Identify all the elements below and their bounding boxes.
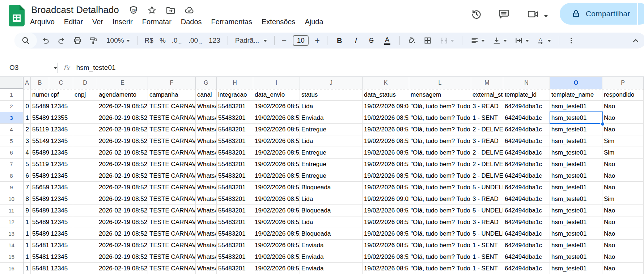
- cell-D3[interactable]: [73, 112, 97, 124]
- cell-J2[interactable]: Lida: [300, 101, 363, 112]
- cell-O7[interactable]: hsm_teste01: [550, 159, 602, 170]
- star-icon[interactable]: [147, 5, 157, 15]
- column-header-G[interactable]: G: [196, 77, 217, 89]
- move-folder-icon[interactable]: [165, 5, 175, 15]
- cell-F11[interactable]: TESTE CARNAVAL: [148, 205, 196, 216]
- cell-F6[interactable]: TESTE CARNAVAL: [148, 147, 196, 159]
- cell-O11[interactable]: hsm_teste01: [550, 205, 602, 216]
- cell-I6[interactable]: 19/02/2026 08:52: [253, 147, 300, 159]
- cell-B13[interactable]: 5548988: [31, 228, 49, 240]
- cell-D6[interactable]: [73, 147, 97, 159]
- text-wrapping-button[interactable]: [514, 36, 530, 46]
- cell-H2[interactable]: 55483201: [217, 101, 253, 112]
- cell-C4[interactable]: 12345: [49, 124, 73, 135]
- cell-F5[interactable]: TESTE CARNAVAL: [148, 135, 196, 147]
- cell-A14[interactable]: 1: [24, 240, 31, 251]
- cell-L13[interactable]: "Olá, tudo bem? Tudo bem?": [409, 228, 471, 240]
- cell-N10[interactable]: 642494dba1c: [503, 193, 550, 205]
- cell-E14[interactable]: 2026-02-19 08:52: [97, 240, 148, 251]
- cell-K1[interactable]: data_status: [363, 89, 409, 101]
- cell-L12[interactable]: "Olá, tudo bem? Tudo bem?": [409, 216, 471, 228]
- column-header-L[interactable]: L: [409, 77, 471, 89]
- cell-B10[interactable]: 5548988: [31, 193, 49, 205]
- document-title[interactable]: Broadcast Detalhado: [31, 4, 119, 16]
- cell-P10[interactable]: Sim: [602, 193, 644, 205]
- row-header-3[interactable]: 3: [0, 112, 24, 124]
- cell-N5[interactable]: 642494dba1c: [503, 135, 550, 147]
- cell-L6[interactable]: "Olá, tudo bem? Tudo bem?": [409, 147, 471, 159]
- cell-C3[interactable]: 12355: [49, 112, 73, 124]
- cell-O4[interactable]: hsm_teste01: [550, 124, 602, 135]
- cell-P8[interactable]: Nao: [602, 170, 644, 182]
- select-all-corner[interactable]: [0, 77, 24, 89]
- cell-H8[interactable]: 55483201: [217, 170, 253, 182]
- cell-A9[interactable]: 7: [24, 182, 31, 193]
- cell-P2[interactable]: Nao: [602, 101, 644, 112]
- cell-F13[interactable]: TESTE CARNAVAL: [148, 228, 196, 240]
- cell-A1[interactable]: [24, 89, 31, 101]
- increase-decimal-button[interactable]: .00→: [188, 37, 203, 45]
- cell-N14[interactable]: 642494dba1c: [503, 240, 550, 251]
- cell-H14[interactable]: 55483201: [217, 240, 253, 251]
- row-header-4[interactable]: 4: [0, 124, 24, 135]
- row-header-1[interactable]: 1: [0, 89, 24, 101]
- shield-at-icon[interactable]: @: [128, 5, 139, 15]
- cell-K13[interactable]: 19/02/2026 08:52: [363, 228, 409, 240]
- cloud-saved-icon[interactable]: [184, 5, 195, 15]
- cell-L9[interactable]: "Olá, tudo bem? Tudo bem?": [409, 182, 471, 193]
- cell-C5[interactable]: 12345: [49, 135, 73, 147]
- cell-G2[interactable]: WhatsApp: [196, 101, 217, 112]
- cell-D15[interactable]: [73, 251, 97, 263]
- menu-item-arquivo[interactable]: Arquivo: [25, 16, 59, 27]
- font-family-control[interactable]: Padrã...: [235, 37, 267, 45]
- cell-K7[interactable]: 19/02/2026 08:52: [363, 159, 409, 170]
- cell-C12[interactable]: 12345: [49, 216, 73, 228]
- sheets-logo-icon[interactable]: [9, 5, 25, 26]
- cell-F12[interactable]: TESTE CARNAVAL: [148, 216, 196, 228]
- cell-J9[interactable]: Bloqueada: [300, 182, 363, 193]
- cell-J15[interactable]: Enviada: [300, 251, 363, 263]
- cell-A13[interactable]: 1: [24, 228, 31, 240]
- cell-D9[interactable]: [73, 182, 97, 193]
- cell-J5[interactable]: Lida: [300, 135, 363, 147]
- cell-O10[interactable]: hsm_teste01: [550, 193, 602, 205]
- cell-I10[interactable]: 19/02/2026 08:52: [253, 193, 300, 205]
- row-header-6[interactable]: 6: [0, 147, 24, 159]
- cell-L4[interactable]: "Olá, tudo bem? Tudo bem?": [409, 124, 471, 135]
- cell-G13[interactable]: WhatsApp: [196, 228, 217, 240]
- cell-N16[interactable]: 642494dba1c: [503, 263, 550, 274]
- cell-M16[interactable]: 1 - SENT: [471, 263, 503, 274]
- cell-F14[interactable]: TESTE CARNAVAL: [148, 240, 196, 251]
- cell-O13[interactable]: hsm_teste01: [550, 228, 602, 240]
- column-header-M[interactable]: M: [471, 77, 503, 89]
- cell-N13[interactable]: 642494dba1c: [503, 228, 550, 240]
- number-format-button[interactable]: 123: [209, 37, 220, 45]
- cell-H3[interactable]: 55483201: [217, 112, 253, 124]
- cell-N12[interactable]: 642494dba1c: [503, 216, 550, 228]
- cell-G10[interactable]: WhatsApp: [196, 193, 217, 205]
- cell-I1[interactable]: data_envio: [253, 89, 300, 101]
- cell-J10[interactable]: Lida: [300, 193, 363, 205]
- cell-I5[interactable]: 19/02/2026 08:52: [253, 135, 300, 147]
- cell-B11[interactable]: 5548999: [31, 205, 49, 216]
- cell-M1[interactable]: external_status: [471, 89, 503, 101]
- cell-C11[interactable]: 12345: [49, 205, 73, 216]
- cell-N15[interactable]: 642494dba1c: [503, 251, 550, 263]
- cell-C7[interactable]: 12345: [49, 159, 73, 170]
- cell-P3[interactable]: Nao: [602, 112, 644, 124]
- cell-B8[interactable]: 5548999: [31, 170, 49, 182]
- cell-H9[interactable]: 55483201: [217, 182, 253, 193]
- cell-N7[interactable]: 642494dba1c: [503, 159, 550, 170]
- cell-C8[interactable]: 12345: [49, 170, 73, 182]
- cell-G4[interactable]: WhatsApp: [196, 124, 217, 135]
- italic-button[interactable]: I: [351, 36, 360, 46]
- cell-J12[interactable]: Lida: [300, 216, 363, 228]
- cell-E11[interactable]: 2026-02-19 08:52: [97, 205, 148, 216]
- row-header-8[interactable]: 8: [0, 170, 24, 182]
- cell-I2[interactable]: 19/02/2026 08:52: [253, 101, 300, 112]
- cell-F8[interactable]: TESTE CARNAVAL: [148, 170, 196, 182]
- cell-B5[interactable]: 5514988: [31, 135, 49, 147]
- cell-C6[interactable]: 12345: [49, 147, 73, 159]
- cell-O1[interactable]: template_name: [550, 89, 602, 101]
- cell-G3[interactable]: WhatsApp: [196, 112, 217, 124]
